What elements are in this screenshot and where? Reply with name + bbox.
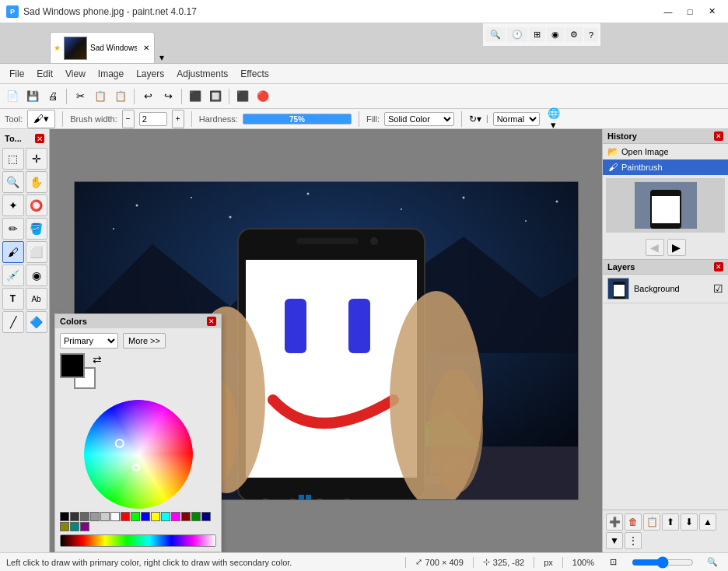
save-button[interactable]: 💾 <box>23 87 42 106</box>
deselect-button[interactable]: 🔲 <box>206 87 225 106</box>
add-layer-button[interactable]: ➕ <box>606 513 623 531</box>
merge-down-button[interactable]: ⬇ <box>681 513 698 531</box>
print-button[interactable]: 🖨 <box>44 87 62 106</box>
zoom-in-button[interactable]: 🔍 <box>703 553 722 572</box>
close-button[interactable]: ✕ <box>702 3 722 20</box>
layer-visibility-icon[interactable]: ☑ <box>713 282 723 295</box>
cut-button[interactable]: ✂ <box>71 87 89 106</box>
zoom-out-button[interactable]: 🔍 <box>485 27 506 42</box>
fill-tool[interactable]: 🪣 <box>26 218 47 240</box>
merge-up-button[interactable]: ⬆ <box>662 513 679 531</box>
duplicate-layer-button[interactable]: 📋 <box>643 513 660 531</box>
eraser-tool[interactable]: ⬜ <box>26 241 47 263</box>
fill-select[interactable]: Solid Color <box>384 112 454 126</box>
move-down-button[interactable]: ▼ <box>606 532 623 549</box>
move-tool[interactable]: ✛ <box>26 148 47 170</box>
swatch-lighter-gray[interactable] <box>100 512 110 521</box>
question-button[interactable]: ? <box>584 28 598 42</box>
blend-select[interactable]: Normal <box>493 112 540 126</box>
crop-button[interactable]: 🔴 <box>254 87 272 106</box>
shapes-tool[interactable]: 🔷 <box>26 311 47 333</box>
swatch-dark-green[interactable] <box>191 512 201 521</box>
swatch-light-gray[interactable] <box>90 512 100 521</box>
swatch-white[interactable] <box>110 512 120 521</box>
menu-adjustments[interactable]: Adjustments <box>170 66 234 82</box>
menu-image[interactable]: Image <box>92 66 130 82</box>
history-item-paintbrush[interactable]: 🖌 Paintbrush <box>603 159 728 175</box>
layer-properties-button[interactable]: ⋮ <box>625 532 642 549</box>
swatch-dark-gray[interactable] <box>70 512 79 521</box>
settings-button[interactable]: ⚙ <box>565 27 583 42</box>
swatch-purple[interactable] <box>80 522 89 531</box>
select-all-button[interactable]: ⬛ <box>186 87 205 106</box>
menu-layers[interactable]: Layers <box>130 66 170 82</box>
hardness-slider[interactable]: 75% <box>243 114 352 124</box>
colors-more-button[interactable]: More >> <box>123 333 166 349</box>
menu-file[interactable]: File <box>3 66 30 82</box>
lasso-tool[interactable]: ⭕ <box>26 194 47 216</box>
history-tool-button[interactable]: ⬛ <box>233 87 252 106</box>
circle-button[interactable]: ◉ <box>547 27 564 42</box>
clock-button[interactable]: 🕐 <box>507 27 527 42</box>
swatch-black[interactable] <box>60 512 69 521</box>
swatch-dark-red[interactable] <box>181 512 191 521</box>
brush-width-minus[interactable]: − <box>122 110 135 128</box>
zoom-tool[interactable]: 🔍 <box>2 171 24 193</box>
grid-button[interactable]: ⊞ <box>529 27 545 42</box>
primary-color-swatch[interactable] <box>60 353 85 378</box>
tab-close-button[interactable]: ✕ <box>143 44 149 52</box>
swatch-magenta[interactable] <box>171 512 180 521</box>
undo-button[interactable]: ↩ <box>138 87 157 106</box>
color-picker-tool[interactable]: 💉 <box>2 264 24 286</box>
brush-width-plus[interactable]: + <box>172 110 184 128</box>
swatch-teal[interactable] <box>70 522 79 531</box>
move-up-button[interactable]: ▲ <box>699 513 716 531</box>
paintbrush-tool[interactable]: 🖌 <box>2 241 24 263</box>
swatch-red[interactable] <box>121 512 130 521</box>
swatch-gray[interactable] <box>80 512 89 521</box>
delete-layer-button[interactable]: 🗑 <box>625 513 642 531</box>
swatch-blue[interactable] <box>141 512 150 521</box>
copy-button[interactable]: 📋 <box>91 87 110 106</box>
swatch-yellow[interactable] <box>151 512 160 521</box>
tab-arrow[interactable]: ▾ <box>156 52 167 63</box>
blend-mode-btn[interactable]: 🌐▾ <box>544 110 563 128</box>
gradient-strip[interactable] <box>60 534 216 547</box>
redo-button[interactable]: ↪ <box>159 87 177 106</box>
zoom-fit-button[interactable]: ⊡ <box>604 553 622 572</box>
line-tool[interactable]: ╱ <box>2 311 24 333</box>
pencil-tool[interactable]: ✏ <box>2 218 24 240</box>
zoom-slider[interactable] <box>632 557 694 568</box>
swatch-cyan[interactable] <box>161 512 170 521</box>
history-item-open-image[interactable]: 📂 Open Image <box>603 144 728 159</box>
image-tab[interactable]: ★ Sad Windows phone.jpg ✕ <box>50 32 155 63</box>
history-prev-button[interactable]: ◀ <box>646 239 664 256</box>
new-button[interactable]: 📄 <box>3 87 22 106</box>
layer-background[interactable]: Background ☑ <box>603 275 728 303</box>
color-swap-icon[interactable]: ⇄ <box>93 353 102 366</box>
magic-wand-tool[interactable]: ✦ <box>2 194 24 216</box>
colors-panel-close[interactable]: ✕ <box>207 317 216 326</box>
menu-view[interactable]: View <box>59 66 92 82</box>
layers-panel-close[interactable]: ✕ <box>714 262 723 271</box>
menu-edit[interactable]: Edit <box>30 66 59 82</box>
menu-effects[interactable]: Effects <box>234 66 275 82</box>
swatch-dark-blue[interactable] <box>201 512 211 521</box>
tools-panel-close[interactable]: ✕ <box>35 134 44 143</box>
color-wheel-container[interactable] <box>84 400 193 509</box>
paste-button[interactable]: 📋 <box>111 87 130 106</box>
color-mode-select[interactable]: Primary Secondary <box>60 333 118 349</box>
tool-selector[interactable]: 🖌▾ <box>27 110 55 128</box>
history-next-button[interactable]: ▶ <box>667 239 686 256</box>
minimize-button[interactable]: — <box>658 3 678 20</box>
swatch-green[interactable] <box>131 512 140 521</box>
rectangle-select-tool[interactable]: ⬚ <box>2 148 24 170</box>
color-wheel[interactable] <box>84 400 193 509</box>
clone-stamp-tool[interactable]: ◉ <box>26 264 47 286</box>
maximize-button[interactable]: □ <box>680 3 700 20</box>
pan-tool[interactable]: ✋ <box>26 171 47 193</box>
swatch-olive[interactable] <box>60 522 69 531</box>
brush-width-input[interactable] <box>139 112 167 126</box>
text-tool[interactable]: T <box>2 288 24 310</box>
history-panel-close[interactable]: ✕ <box>714 131 723 141</box>
